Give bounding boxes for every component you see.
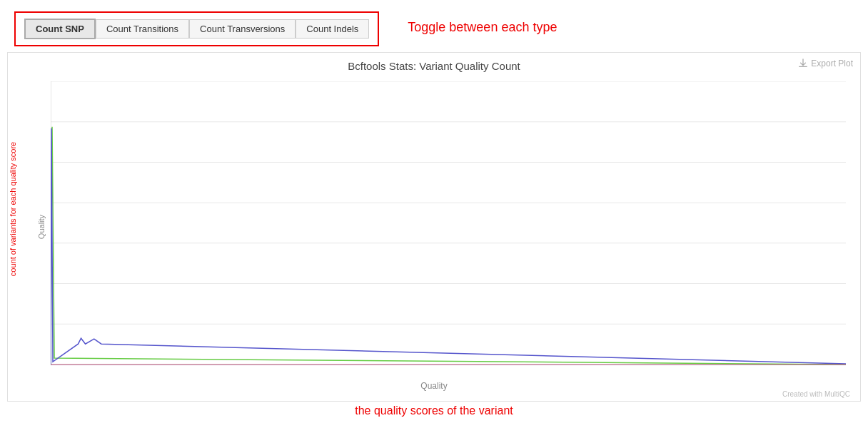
export-icon [798, 58, 808, 68]
toolbar: Count SNP Count Transitions Count Transv… [14, 11, 379, 46]
chart-title: Bcftools Stats: Variant Quality Count [8, 53, 860, 75]
export-plot-button[interactable]: Export Plot [798, 58, 853, 68]
y-axis-label: Quality [37, 215, 46, 239]
chart-area: 1500000 1250000 1000000 750000 500000 25… [51, 81, 846, 365]
y-axis-hint: count of variants for each quality score [9, 142, 17, 276]
multiqc-credit: Created with MultiQC [782, 390, 850, 398]
count-indels-button[interactable]: Count Indels [296, 19, 369, 39]
chart-svg: 1500000 1250000 1000000 750000 500000 25… [51, 81, 846, 365]
count-snp-button[interactable]: Count SNP [24, 19, 96, 39]
count-transitions-button[interactable]: Count Transitions [96, 19, 189, 39]
x-axis-hint: the quality scores of the variant [0, 404, 868, 417]
toggle-hint: Toggle between each type [408, 20, 557, 35]
chart-container: Bcftools Stats: Variant Quality Count Ex… [7, 52, 861, 402]
count-transversions-button[interactable]: Count Transversions [189, 19, 296, 39]
x-axis-label: Quality [420, 381, 447, 391]
